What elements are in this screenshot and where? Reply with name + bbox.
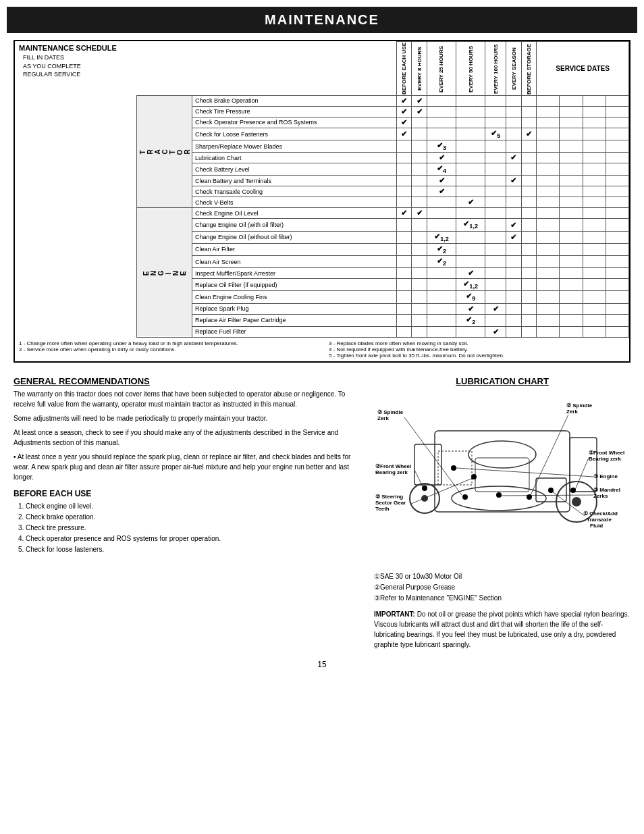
col-every-8: EVERY 8 HOURS (412, 42, 427, 96)
col-every-50: EVERY 50 HOURS (456, 42, 485, 96)
right-column: LUBRICATION CHART (374, 376, 630, 650)
before-each-use-section: BEFORE EACH USE Check engine oil level. … (14, 489, 367, 555)
col-every-25: EVERY 25 HOURS (427, 42, 456, 96)
svg-text:② Steering: ② Steering (375, 494, 403, 500)
use-item-3: Check tire pressure. (26, 523, 367, 533)
svg-text:② Spindle: ② Spindle (377, 409, 404, 415)
svg-text:②Front Wheel: ②Front Wheel (375, 463, 411, 469)
engine-row-6: Inspect Muffler/Spark Arrester ✔ (137, 268, 629, 279)
svg-text:Zerk: Zerk (566, 409, 578, 415)
svg-point-18 (471, 474, 477, 479)
svg-line-37 (456, 468, 593, 477)
svg-point-8 (572, 497, 581, 506)
use-list: Check engine oil level. Check brake oper… (14, 501, 367, 555)
general-rec-text-2: Some adjustments will need to be made pe… (14, 413, 367, 423)
svg-point-13 (527, 494, 532, 500)
svg-text:Fluid: Fluid (590, 523, 603, 529)
tractor-row-2: Check Tire Pressure ✔✔ (137, 106, 629, 117)
general-rec-bullet: • At least once a year you should replac… (14, 452, 367, 482)
col-every-100: EVERY 100 HOURS (485, 42, 506, 96)
tractor-row-4: Check for Loose Fasteners ✔✔5✔ (137, 128, 629, 140)
service-dates-header: SERVICE DATES (537, 42, 629, 96)
svg-text:② Spindle: ② Spindle (566, 402, 593, 409)
tractor-row-1: TRACTOR Check Brake Operation ✔✔ (137, 95, 629, 106)
svg-text:Bearing zerk: Bearing zerk (589, 456, 622, 462)
svg-point-19 (570, 488, 576, 493)
engine-row-9: Replace Spark Plug ✔✔ (137, 303, 629, 314)
svg-rect-0 (435, 431, 570, 512)
legend-1: ①SAE 30 or 10w30 Motor Oil (374, 571, 630, 582)
use-item-5: Check for loose fasteners. (26, 544, 367, 555)
svg-text:②Front Wheel: ②Front Wheel (589, 450, 624, 456)
legend-2: ②General Purpose Grease (374, 582, 630, 593)
use-item-1: Check engine oil level. (26, 501, 367, 512)
engine-row-7: Replace Oil Filter (if equipped) ✔1,2 (137, 279, 629, 291)
tractor-row-5: Sharpen/Replace Mower Blades ✔3 (137, 140, 629, 153)
general-rec-text: The warranty on this tractor does not co… (14, 389, 367, 409)
important-text: IMPORTANT: Do not oil or grease the pivo… (374, 609, 630, 650)
svg-line-40 (501, 495, 593, 496)
svg-point-12 (462, 494, 468, 500)
svg-text:Bearing zerk: Bearing zerk (375, 469, 408, 475)
engine-row-10: Replace Air Filter Paper Cartridge ✔2 (137, 314, 629, 326)
engine-row-5: Clean Air Screen ✔2 (137, 256, 629, 268)
main-content: MAINTENANCE SCHEDULE FILL IN DATES AS YO… (7, 40, 637, 669)
tractor-row-9: Check Transaxle Cooling ✔ (137, 186, 629, 197)
schedule-subheader: FILL IN DATES AS YOU COMPLETE REGULAR SE… (19, 52, 132, 80)
svg-text:Transaxle: Transaxle (587, 517, 612, 523)
tractor-row-6: Lubrication Chart ✔✔ (137, 153, 629, 163)
legend-3: ③Refer to Maintenance "ENGINE" Section (374, 593, 630, 604)
page-number: 15 (14, 660, 630, 669)
lower-section: GENERAL RECOMMENDATIONS The warranty on … (14, 376, 630, 650)
svg-point-15 (451, 465, 456, 471)
engine-row-2: Change Engine Oil (with oil filter) ✔1,2… (137, 219, 629, 231)
svg-line-22 (404, 417, 462, 495)
svg-point-14 (496, 492, 502, 498)
tractor-row-7: Check Battery Level ✔4 (137, 163, 629, 176)
tractor-row-3: Check Operator Presence and ROS Systems … (137, 117, 629, 128)
left-column: GENERAL RECOMMENDATIONS The warranty on … (14, 376, 367, 650)
engine-row-11: Replace Fuel Filter ✔ (137, 326, 629, 337)
svg-text:Zerks: Zerks (593, 493, 608, 499)
tractor-row-10: Check V-Belts ✔ (137, 197, 629, 208)
engine-row-4: Clean Air Filter ✔2 (137, 243, 629, 255)
footnotes: 1 - Change more often when operating und… (15, 338, 629, 361)
engine-row-8: Clean Engine Cooling Fins ✔9 (137, 291, 629, 303)
maintenance-schedule: MAINTENANCE SCHEDULE FILL IN DATES AS YO… (14, 40, 630, 363)
svg-text:Teeth: Teeth (375, 506, 390, 512)
col-before-storage: BEFORE STORAGE (521, 42, 537, 96)
general-rec-text-3: At least once a season, check to see if … (14, 427, 367, 448)
important-label: IMPORTANT: (374, 610, 415, 618)
engine-row-1: ENGINE Check Engine Oil Level ✔✔ (137, 208, 629, 219)
before-each-use-title: BEFORE EACH USE (14, 489, 367, 498)
use-item-2: Check brake operation. (26, 512, 367, 523)
page-title: MAINTENANCE (7, 7, 637, 33)
schedule-title: MAINTENANCE SCHEDULE (19, 44, 132, 52)
col-before-each-use: BEFORE EACH USE (396, 42, 412, 96)
engine-row-3: Change Engine Oil (without oil filter) ✔… (137, 231, 629, 243)
use-item-4: Check operator presence and ROS systems … (26, 533, 367, 544)
svg-text:② Mandrel: ② Mandrel (593, 487, 620, 493)
svg-rect-1 (414, 444, 441, 485)
tractor-row-8: Clean Battery and Terminals ✔✔ (137, 176, 629, 186)
svg-text:Zerk: Zerk (377, 415, 389, 421)
lub-legend: ①SAE 30 or 10w30 Motor Oil ②General Purp… (374, 571, 630, 604)
svg-rect-2 (570, 438, 597, 492)
svg-text:Sector Gear: Sector Gear (375, 500, 406, 506)
svg-text:③ Engine: ③ Engine (593, 473, 618, 479)
col-every-season: EVERY SEASON (506, 42, 522, 96)
svg-text:① Check/Add: ① Check/Add (583, 511, 618, 517)
lub-chart-title: LUBRICATION CHART (374, 376, 630, 386)
general-rec-title: GENERAL RECOMMENDATIONS (14, 376, 367, 386)
svg-point-3 (468, 441, 536, 468)
lub-diagram: ② Spindle Zerk ②Front Wheel Bearing zerk… (374, 390, 630, 566)
